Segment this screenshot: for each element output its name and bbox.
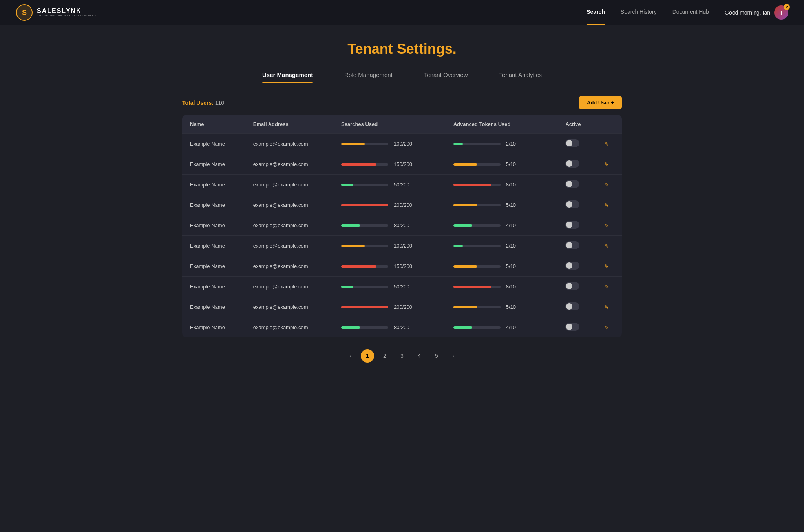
cell-name: Example Name: [182, 154, 245, 175]
page-btn-1[interactable]: 1: [361, 349, 374, 363]
tokens-bar-fill: [453, 224, 472, 227]
nav-greeting: Good morning, Ian: [725, 9, 770, 16]
page-btn-2[interactable]: 2: [378, 349, 391, 363]
cell-name: Example Name: [182, 277, 245, 297]
edit-icon[interactable]: ✎: [604, 222, 609, 229]
cell-tokens: 8/10: [446, 277, 558, 297]
table-header-row: Name Email Address Searches Used Advance…: [182, 115, 622, 134]
toggle-knob: [566, 140, 572, 146]
active-toggle[interactable]: [565, 241, 579, 249]
navbar: S SALESLYNK CHANGING THE WAY YOU CONNECT…: [0, 0, 804, 25]
table-row: Example Name example@example.com 50/200 …: [182, 277, 622, 297]
pagination-next[interactable]: ›: [447, 350, 459, 362]
active-toggle[interactable]: [565, 180, 579, 188]
cell-edit: ✎: [596, 256, 622, 277]
logo-title: SALESLYNK: [37, 7, 97, 15]
table-row: Example Name example@example.com 100/200…: [182, 134, 622, 154]
cell-email: example@example.com: [245, 154, 333, 175]
avatar-wrapper[interactable]: I 2: [774, 5, 788, 20]
page-btn-5[interactable]: 5: [430, 349, 443, 363]
active-toggle[interactable]: [565, 139, 579, 147]
cell-tokens: 2/10: [446, 236, 558, 256]
cell-edit: ✎: [596, 154, 622, 175]
nav-link-documents[interactable]: Document Hub: [672, 9, 709, 16]
table-row: Example Name example@example.com 200/200…: [182, 297, 622, 317]
tab-tenant-analytics[interactable]: Tenant Analytics: [499, 71, 542, 83]
tokens-label: 5/10: [506, 161, 528, 167]
table-row: Example Name example@example.com 200/200…: [182, 195, 622, 215]
active-toggle[interactable]: [565, 221, 579, 229]
active-toggle[interactable]: [565, 160, 579, 168]
cell-name: Example Name: [182, 175, 245, 195]
searches-label: 100/200: [394, 243, 415, 249]
table-row: Example Name example@example.com 80/200 …: [182, 215, 622, 236]
tokens-bar-fill: [453, 143, 463, 145]
searches-bar-fill: [341, 143, 365, 145]
nav-link-search[interactable]: Search: [587, 9, 605, 16]
cell-active: [557, 236, 596, 256]
cell-searches: 200/200: [333, 195, 446, 215]
active-toggle[interactable]: [565, 323, 579, 331]
tab-user-management[interactable]: User Management: [262, 71, 313, 83]
searches-bar-fill: [341, 184, 353, 186]
cell-email: example@example.com: [245, 317, 333, 338]
col-name: Name: [182, 115, 245, 134]
active-toggle[interactable]: [565, 282, 579, 290]
tokens-bar-fill: [453, 245, 463, 247]
cell-email: example@example.com: [245, 175, 333, 195]
table-row: Example Name example@example.com 150/200…: [182, 256, 622, 277]
edit-icon[interactable]: ✎: [604, 182, 609, 188]
nav-link-history[interactable]: Search History: [621, 9, 657, 16]
cell-searches: 80/200: [333, 215, 446, 236]
active-toggle[interactable]: [565, 200, 579, 208]
tokens-bar-bg: [453, 306, 501, 308]
cell-email: example@example.com: [245, 215, 333, 236]
edit-icon[interactable]: ✎: [604, 324, 609, 331]
tab-role-management[interactable]: Role Management: [344, 71, 393, 83]
cell-tokens: 5/10: [446, 154, 558, 175]
pagination-prev[interactable]: ‹: [345, 350, 357, 362]
nav-links: Search Search History Document Hub: [587, 9, 709, 16]
searches-bar-bg: [341, 245, 388, 247]
edit-icon[interactable]: ✎: [604, 161, 609, 168]
edit-icon[interactable]: ✎: [604, 141, 609, 147]
edit-icon[interactable]: ✎: [604, 284, 609, 290]
page-btn-3[interactable]: 3: [395, 349, 409, 363]
user-table: Name Email Address Searches Used Advance…: [182, 115, 622, 337]
add-user-button[interactable]: Add User +: [579, 96, 622, 109]
searches-label: 200/200: [394, 304, 415, 310]
cell-email: example@example.com: [245, 236, 333, 256]
searches-bar-bg: [341, 286, 388, 288]
cell-active: [557, 277, 596, 297]
notification-badge: 2: [784, 4, 790, 10]
tokens-label: 5/10: [506, 202, 528, 208]
cell-active: [557, 134, 596, 154]
tokens-bar-bg: [453, 163, 501, 166]
cell-searches: 50/200: [333, 175, 446, 195]
edit-icon[interactable]: ✎: [604, 243, 609, 249]
tab-tenant-overview[interactable]: Tenant Overview: [424, 71, 468, 83]
cell-tokens: 4/10: [446, 215, 558, 236]
toggle-knob: [566, 303, 572, 310]
tokens-bar-fill: [453, 265, 477, 268]
tokens-bar-bg: [453, 245, 501, 247]
table-row: Example Name example@example.com 80/200 …: [182, 317, 622, 338]
cell-name: Example Name: [182, 297, 245, 317]
tokens-bar-bg: [453, 204, 501, 206]
cell-edit: ✎: [596, 297, 622, 317]
edit-icon[interactable]: ✎: [604, 202, 609, 208]
cell-active: [557, 195, 596, 215]
searches-bar-fill: [341, 245, 365, 247]
cell-active: [557, 256, 596, 277]
logo-subtitle: CHANGING THE WAY YOU CONNECT: [37, 14, 97, 17]
cell-edit: ✎: [596, 195, 622, 215]
cell-email: example@example.com: [245, 195, 333, 215]
edit-icon[interactable]: ✎: [604, 263, 609, 270]
active-toggle[interactable]: [565, 302, 579, 310]
edit-icon[interactable]: ✎: [604, 304, 609, 310]
nav-user: Good morning, Ian I 2: [725, 5, 788, 20]
tokens-label: 5/10: [506, 304, 528, 310]
active-toggle[interactable]: [565, 262, 579, 270]
searches-label: 150/200: [394, 263, 415, 269]
page-btn-4[interactable]: 4: [413, 349, 426, 363]
